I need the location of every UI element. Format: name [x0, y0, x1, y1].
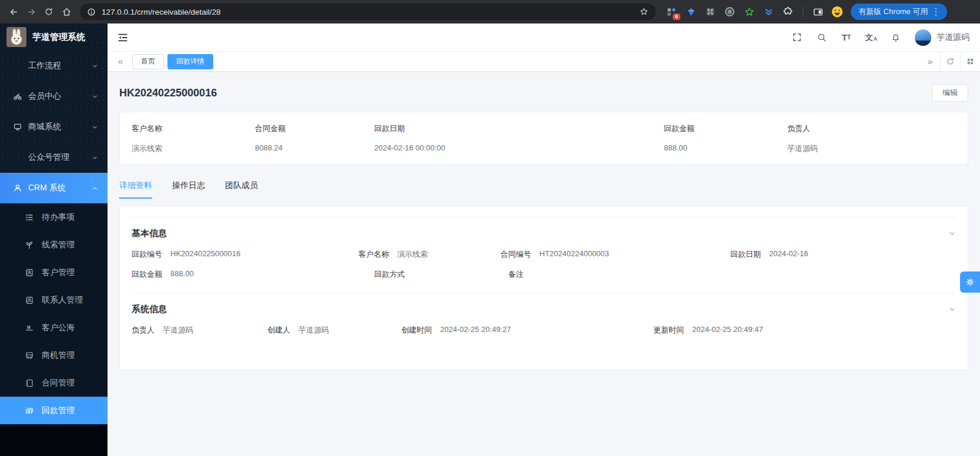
menu-icon-placeholder: [13, 61, 22, 71]
collapse-chevron-icon[interactable]: [948, 230, 956, 237]
toolbar-divider: [803, 6, 803, 17]
summary-field: 回款日期 2024-02-16 00:00:00: [374, 123, 664, 153]
extension-ring-icon[interactable]: [723, 5, 736, 18]
chevron-down-icon: [92, 155, 98, 161]
detail-tabs: 详细资料 操作日志 团队成员: [119, 180, 968, 199]
bookmark-star-icon[interactable]: [639, 7, 649, 16]
sidebar-item-clue[interactable]: 线索管理: [0, 231, 108, 259]
brand-logo: [6, 27, 26, 47]
chrome-update-label: 有新版 Chrome 可用: [858, 6, 928, 17]
brand: 芋道管理系统: [0, 24, 108, 51]
browser-back-icon[interactable]: [5, 3, 22, 21]
sidebar-item-business[interactable]: 商机管理: [0, 341, 108, 369]
gear-icon: [965, 277, 975, 287]
screen: 127.0.0.1/crm/receivable/detail/28 6 有新版…: [0, 0, 980, 456]
browser-menu-icon[interactable]: ⋮: [928, 6, 944, 17]
scroll-right-icon[interactable]: »: [920, 52, 940, 71]
extension-blocks-icon[interactable]: 6: [665, 5, 678, 18]
edit-button[interactable]: 编辑: [932, 84, 968, 102]
user-menu[interactable]: 芋道源码: [915, 29, 969, 46]
sidebar-item-receivable[interactable]: 回款管理: [0, 397, 108, 424]
summary-field: 合同金额 8088.24: [255, 123, 374, 153]
sidebar-item-contact[interactable]: 联系人管理: [0, 286, 108, 314]
money-icon: [25, 406, 34, 415]
contact-book-icon: [25, 296, 34, 305]
user-icon: [13, 183, 22, 193]
translate-icon[interactable]: 文A: [865, 32, 877, 43]
tag-home[interactable]: 首页: [132, 54, 164, 69]
side-panel-icon[interactable]: [811, 5, 824, 18]
system-info-title: 系统信息: [132, 304, 167, 315]
crm-submenu: 待办事项 线索管理 客户管理 联系人管理 客户公海: [0, 203, 108, 456]
sidebar-item-customer[interactable]: 客户管理: [0, 259, 108, 286]
summary-card: 客户名称 演示线索 合同金额 8088.24 回款日期 2024-02-16 0…: [119, 112, 968, 165]
bus-icon: [25, 351, 34, 360]
extensions-puzzle-icon[interactable]: [781, 5, 794, 18]
browser-reload-icon[interactable]: [40, 3, 58, 21]
browser-toolbar: 127.0.0.1/crm/receivable/detail/28 6 有新版…: [0, 0, 980, 24]
collapse-chevron-icon[interactable]: [948, 306, 956, 313]
user-avatar: [915, 29, 931, 46]
system-info-row: 负责人芋道源码 创建人芋道源码 创建时间2024-02-25 20:49:27 …: [132, 325, 956, 336]
seedling-icon: [25, 240, 34, 250]
summary-field: 负责人 芋道源码: [787, 123, 956, 153]
basic-info-title: 基本信息: [132, 228, 167, 239]
extension-command-icon[interactable]: [704, 5, 717, 18]
menu-icon-placeholder: [13, 153, 22, 162]
detail-card: 基本信息 回款编号HK20240225000016 客户名称演示线索 合同编号H…: [119, 206, 968, 370]
sidebar-item-crm[interactable]: CRM 系统: [0, 173, 108, 203]
browser-forward-icon[interactable]: [22, 3, 40, 21]
user-name: 芋道源码: [937, 32, 969, 43]
scroll-left-icon[interactable]: «: [112, 57, 129, 66]
page-content: HK20240225000016 编辑 客户名称 演示线索 合同金额 8088.…: [108, 72, 980, 456]
chevron-up-icon: [92, 185, 98, 192]
theme-settings-button[interactable]: [960, 271, 980, 293]
sidebar-item-member-center[interactable]: 会员中心: [0, 81, 108, 112]
font-size-icon[interactable]: TT: [841, 32, 852, 43]
tag-receivable-detail[interactable]: 回款详情: [167, 54, 213, 69]
browser-home-icon[interactable]: [58, 3, 75, 21]
chrome-update-chip[interactable]: 有新版 Chrome 可用 ⋮: [851, 4, 947, 20]
sidebar-item-contract[interactable]: 合同管理: [0, 369, 108, 397]
summary-field: 客户名称 演示线索: [132, 123, 255, 153]
basic-info-row: 回款金额888.00 回款方式 备注: [132, 269, 956, 280]
sidebar-item-mall-system[interactable]: 商城系统: [0, 112, 108, 142]
tags-view-bar: « 首页 回款详情 »: [108, 52, 980, 72]
monitor-icon: [13, 122, 22, 132]
tab-detail-info[interactable]: 详细资料: [119, 180, 152, 199]
layout-grid-icon[interactable]: [960, 52, 980, 71]
sidebar-item-customer-pool[interactable]: 客户公海: [0, 314, 108, 341]
contact-card-icon: [25, 268, 34, 277]
extension-badge: 6: [673, 14, 680, 20]
sidebar-item-todo[interactable]: 待办事项: [0, 203, 108, 231]
checklist-icon: [25, 213, 34, 222]
search-icon[interactable]: [816, 32, 827, 43]
page-title: HK20240225000016: [119, 87, 217, 99]
extension-gem-icon[interactable]: [684, 5, 697, 18]
bicycle-icon: [13, 92, 22, 101]
profile-avatar-icon[interactable]: [831, 5, 844, 18]
fullscreen-icon[interactable]: [791, 32, 803, 43]
collapse-menu-icon[interactable]: [117, 32, 129, 43]
bell-icon[interactable]: [890, 32, 901, 43]
extension-star-icon[interactable]: [743, 5, 756, 18]
sidebar-item-wechat-mp[interactable]: 公众号管理: [0, 142, 108, 173]
pool-icon: [25, 323, 34, 333]
refresh-tab-icon[interactable]: [940, 52, 960, 71]
app-header: TT 文A 芋道源码: [108, 24, 980, 52]
address-bar[interactable]: 127.0.0.1/crm/receivable/detail/28: [80, 4, 656, 20]
site-info-icon[interactable]: [87, 8, 96, 16]
tab-team-members[interactable]: 团队成员: [225, 180, 258, 199]
chevron-down-icon: [92, 93, 98, 100]
summary-field: 回款金额 888.00: [664, 123, 787, 153]
chevron-down-icon: [92, 63, 98, 69]
tab-operation-log[interactable]: 操作日志: [172, 180, 205, 199]
basic-info-row: 回款编号HK20240225000016 客户名称演示线索 合同编号HT2024…: [132, 249, 956, 260]
sidebar-item-workflow[interactable]: 工作流程: [0, 51, 108, 81]
url-text: 127.0.0.1/crm/receivable/detail/28: [102, 8, 221, 16]
extensions-area: 6: [665, 5, 844, 18]
sidebar-void: [0, 424, 108, 456]
extension-chevrons-icon[interactable]: [762, 5, 775, 18]
chevron-down-icon: [92, 124, 98, 130]
sidebar: 芋道管理系统 工作流程 会员中心 商城系统 公众号管理: [0, 24, 108, 456]
